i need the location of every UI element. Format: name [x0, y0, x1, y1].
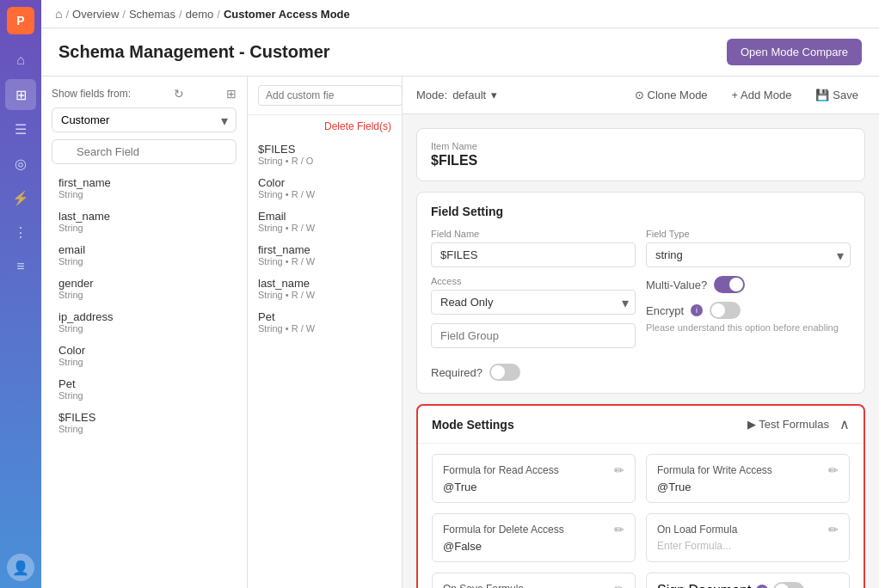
show-fields-row: Show fields from: ↻ ⊞	[52, 87, 237, 101]
formula-delete-label: Formula for Delete Access	[443, 524, 564, 536]
breadcrumb-current: Customer Access Mode	[224, 8, 350, 21]
access-group: Access Read Only	[431, 276, 636, 315]
field-type-select-wrapper: string	[646, 242, 851, 267]
main-content: ⌂ / Overview / Schemas / demo / Customer…	[41, 0, 879, 588]
formula-write-edit-icon[interactable]: ✏	[828, 463, 839, 477]
breadcrumb: ⌂ / Overview / Schemas / demo / Customer…	[41, 0, 879, 28]
add-custom-field-input[interactable]	[258, 85, 403, 106]
middle-panel: + Delete Field(s) $FILES String • R / O …	[248, 77, 403, 588]
save-button[interactable]: 💾 Save	[808, 85, 865, 105]
search-field-input[interactable]	[52, 139, 237, 164]
sidebar-item-dots[interactable]: ⋮	[5, 217, 36, 248]
encrypt-toggle[interactable]	[710, 302, 741, 319]
formula-delete-header: Formula for Delete Access ✏	[443, 523, 624, 536]
access-select[interactable]: Read Only	[431, 290, 636, 315]
list-item[interactable]: Color String	[52, 339, 237, 372]
formula-onsave-card: On Save Formula ✏ Enter Formula...	[432, 573, 636, 588]
list-item[interactable]: email String	[52, 238, 237, 272]
field-type-label: Field Type	[646, 229, 851, 239]
sign-document-label-row: Sign Document i	[657, 582, 839, 588]
formula-onload-header: On Load Formula ✏	[657, 523, 839, 536]
body-layout: Show fields from: ↻ ⊞ Customer first_nam…	[41, 77, 879, 588]
formula-read-edit-icon[interactable]: ✏	[614, 463, 624, 477]
formula-onload-label: On Load Formula	[657, 524, 737, 536]
required-row: Required?	[431, 364, 636, 381]
mode-bar: Mode: default ▾ ⊙ Clone Mode + Add Mode …	[403, 77, 879, 114]
formulas-grid: Formula for Read Access ✏ @True Formula …	[418, 444, 864, 588]
formula-onsave-label: On Save Formula	[443, 583, 524, 588]
table-row[interactable]: $FILES String • R / O	[248, 138, 402, 171]
field-name-input[interactable]	[431, 242, 636, 267]
mode-settings-section: Mode Settings ▶ Test Formulas ∧ Formula …	[416, 404, 865, 588]
clone-mode-button[interactable]: ⊙ Clone Mode	[628, 85, 715, 105]
required-toggle[interactable]	[489, 364, 520, 381]
access-select-wrapper: Read Only	[431, 290, 636, 315]
table-row[interactable]: Email String • R / W	[248, 205, 402, 238]
formula-onsave-header: On Save Formula ✏	[443, 582, 624, 588]
breadcrumb-overview[interactable]: Overview	[72, 8, 119, 21]
multi-value-toggle[interactable]	[714, 276, 745, 293]
mode-selector: Mode: default ▾	[416, 89, 497, 101]
list-item[interactable]: last_name String	[52, 205, 237, 238]
export-icon[interactable]: ⊞	[226, 87, 237, 101]
open-mode-compare-button[interactable]: Open Mode Compare	[727, 39, 862, 65]
formula-delete-value: @False	[443, 540, 624, 553]
required-label: Required?	[431, 366, 483, 379]
sign-document-info-icon: i	[756, 585, 768, 588]
sign-document-card: Sign Document i Please understand this o…	[646, 573, 850, 588]
mode-settings-header: Mode Settings ▶ Test Formulas ∧	[418, 406, 864, 444]
left-panel: Show fields from: ↻ ⊞ Customer first_nam…	[41, 77, 248, 588]
table-row[interactable]: last_name String • R / W	[248, 272, 402, 305]
field-group-input[interactable]	[431, 323, 636, 348]
refresh-icon[interactable]: ↻	[174, 87, 184, 101]
list-item[interactable]: first_name String	[52, 171, 237, 205]
sidebar-item-list[interactable]: ≡	[5, 251, 36, 282]
breadcrumb-demo[interactable]: demo	[186, 8, 214, 21]
sidebar-item-menu[interactable]: ☰	[5, 113, 36, 144]
formula-onload-edit-icon[interactable]: ✏	[828, 523, 839, 536]
field-type-select[interactable]: string	[646, 242, 851, 267]
formula-onload-card: On Load Formula ✏ Enter Formula...	[646, 513, 850, 562]
add-mode-button[interactable]: + Add Mode	[725, 85, 799, 105]
list-item[interactable]: ip_address String	[52, 305, 237, 339]
test-formulas-button[interactable]: ▶ Test Formulas	[747, 418, 829, 431]
list-item[interactable]: gender String	[52, 272, 237, 305]
mode-settings-collapse-button[interactable]: ∧	[839, 416, 850, 432]
sidebar-item-bolt[interactable]: ⚡	[5, 182, 36, 213]
formula-onsave-edit-icon[interactable]: ✏	[614, 582, 624, 588]
mode-label: Mode:	[416, 89, 447, 101]
formula-delete-card: Formula for Delete Access ✏ @False	[432, 513, 636, 562]
list-item[interactable]: $FILES String	[52, 406, 237, 439]
item-name-value: $FILES	[431, 153, 851, 168]
sign-document-toggle[interactable]	[773, 582, 804, 588]
field-list: first_name String last_name String email…	[52, 171, 237, 578]
table-row[interactable]: first_name String • R / W	[248, 238, 402, 272]
delete-fields-button[interactable]: Delete Field(s)	[248, 115, 402, 138]
formula-write-card: Formula for Write Access ✏ @True	[646, 454, 850, 503]
sidebar-item-circle[interactable]: ◎	[5, 148, 36, 179]
multi-value-label: Multi-Value?	[646, 279, 707, 291]
add-custom-row: +	[248, 77, 402, 115]
mode-dropdown-icon[interactable]: ▾	[491, 89, 497, 101]
mode-settings-actions: ▶ Test Formulas ∧	[747, 416, 850, 432]
encrypt-row: Encrypt i	[646, 302, 851, 319]
formula-delete-edit-icon[interactable]: ✏	[614, 523, 624, 536]
search-field-wrapper	[52, 139, 237, 164]
multi-value-row: Multi-Value?	[646, 276, 851, 293]
breadcrumb-schemas[interactable]: Schemas	[129, 8, 175, 21]
encrypt-group: Encrypt i Please understand this option …	[646, 302, 851, 333]
access-label: Access	[431, 276, 636, 286]
formula-read-value: @True	[443, 481, 624, 493]
sidebar-item-grid[interactable]: ⊞	[5, 79, 36, 110]
field-name-label: Field Name	[431, 229, 636, 239]
encrypt-info-icon: i	[691, 304, 703, 316]
table-row[interactable]: Color String • R / W	[248, 171, 402, 205]
sidebar: P ⌂ ⊞ ☰ ◎ ⚡ ⋮ ≡ 👤	[0, 0, 41, 588]
sidebar-item-home[interactable]: ⌂	[5, 45, 36, 76]
table-row[interactable]: Pet String • R / W	[248, 305, 402, 339]
show-fields-dropdown[interactable]: Customer	[52, 107, 237, 132]
list-item[interactable]: Pet String	[52, 372, 237, 406]
avatar[interactable]: 👤	[7, 554, 34, 581]
app-logo[interactable]: P	[7, 7, 34, 34]
save-icon: 💾	[815, 89, 829, 101]
